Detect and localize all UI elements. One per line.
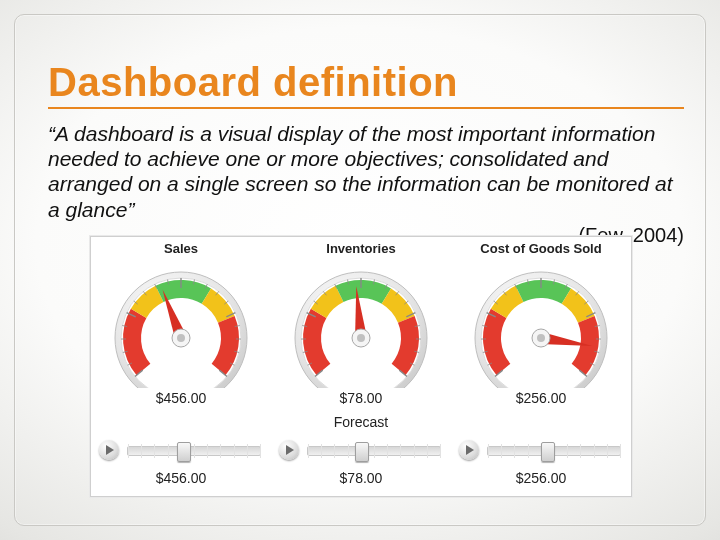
gauge (451, 258, 631, 388)
gauge-value-row: $456.00$78.00$256.00 (91, 388, 631, 410)
forecast-label: Forecast (91, 410, 631, 434)
gauge-value: $78.00 (271, 388, 451, 410)
gauge-title: Inventories (271, 237, 451, 258)
play-icon[interactable] (99, 440, 119, 460)
gauge (271, 258, 451, 388)
page-title: Dashboard definition (48, 60, 684, 109)
svg-marker-79 (286, 445, 294, 455)
slide-content: Dashboard definition “A dashboard is a v… (48, 60, 684, 247)
forecast-slider[interactable] (451, 434, 631, 468)
slider-thumb[interactable] (541, 442, 555, 462)
slider-thumb[interactable] (177, 442, 191, 462)
svg-point-25 (177, 334, 185, 342)
svg-point-77 (537, 334, 545, 342)
gauge-title: Cost of Goods Sold (451, 237, 631, 258)
forecast-slider[interactable] (91, 434, 271, 468)
play-icon[interactable] (459, 440, 479, 460)
gauge-value: $456.00 (91, 388, 271, 410)
play-icon[interactable] (279, 440, 299, 460)
forecast-value: $256.00 (451, 468, 631, 490)
forecast-slider[interactable] (271, 434, 451, 468)
svg-marker-78 (106, 445, 114, 455)
slider-track[interactable] (487, 446, 621, 456)
gauge-title: Sales (91, 237, 271, 258)
forecast-value: $78.00 (271, 468, 451, 490)
svg-point-51 (357, 334, 365, 342)
gauge-row (91, 258, 631, 388)
forecast-value: $456.00 (91, 468, 271, 490)
svg-marker-80 (466, 445, 474, 455)
slider-track[interactable] (307, 446, 441, 456)
slider-track[interactable] (127, 446, 261, 456)
gauge (91, 258, 271, 388)
dashboard-panel: SalesInventoriesCost of Goods Sold $456.… (90, 236, 632, 497)
slider-thumb[interactable] (355, 442, 369, 462)
definition-quote: “A dashboard is a visual display of the … (48, 121, 684, 222)
slider-value-row: $456.00$78.00$256.00 (91, 468, 631, 490)
slider-row (91, 434, 631, 468)
gauge-header-row: SalesInventoriesCost of Goods Sold (91, 237, 631, 258)
gauge-value: $256.00 (451, 388, 631, 410)
